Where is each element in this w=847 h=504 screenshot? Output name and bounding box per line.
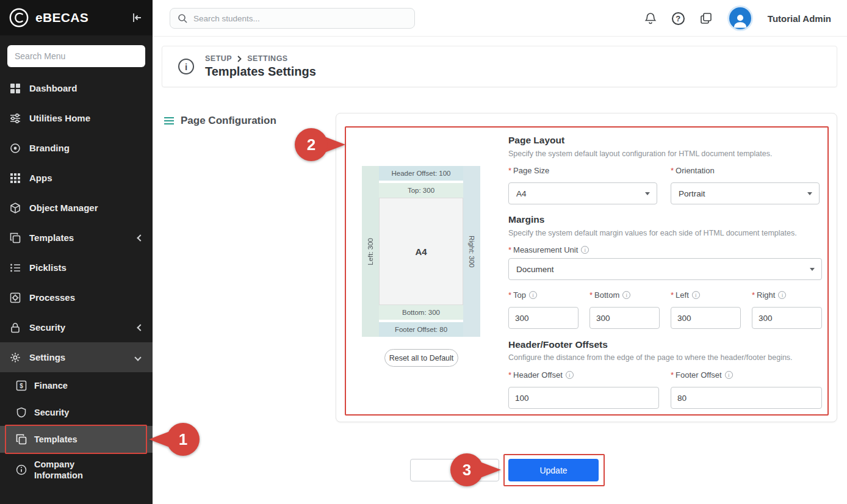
help-icon[interactable]: ? xyxy=(672,12,685,25)
sidebar-subitem-templates[interactable]: Templates xyxy=(0,426,153,453)
required-asterisk: * xyxy=(671,370,674,380)
list-menu-icon xyxy=(164,117,175,125)
right-margin-input[interactable] xyxy=(752,307,822,329)
sidebar-item-dashboard[interactable]: Dashboard xyxy=(0,73,153,103)
sidebar-subitem-label: Finance xyxy=(34,380,114,391)
sidebar-item-picklists[interactable]: Picklists xyxy=(0,253,153,283)
page-preview-diagram: Left: 300 Right: 300 Header Offset: 100 … xyxy=(362,166,480,337)
cancel-button[interactable] xyxy=(410,459,499,481)
orientation-select[interactable]: Portrait xyxy=(671,182,820,204)
sidebar-item-label: Settings xyxy=(29,352,65,362)
page-layout-heading: Page Layout xyxy=(508,135,564,146)
copy-icon xyxy=(10,232,21,243)
offsets-heading: Header/Footer Offsets xyxy=(508,339,608,350)
preview-page: A4 xyxy=(379,198,463,305)
apps-grid-icon xyxy=(10,173,21,184)
lock-icon xyxy=(10,322,21,333)
svg-text:$: $ xyxy=(20,383,23,389)
sidebar-item-templates[interactable]: Templates xyxy=(0,223,153,253)
info-tooltip-icon[interactable]: i xyxy=(692,291,700,299)
sidebar-item-label: Security xyxy=(29,322,65,333)
page-size-select[interactable]: A4 xyxy=(508,182,657,204)
required-asterisk: * xyxy=(589,290,593,300)
info-tooltip-icon[interactable]: i xyxy=(581,246,589,254)
avatar[interactable] xyxy=(727,5,753,31)
sidebar-collapse-icon[interactable] xyxy=(131,11,144,24)
page-title: Templates Settings xyxy=(205,65,316,79)
chevron-right-icon xyxy=(237,56,242,62)
finance-dollar-icon: $ xyxy=(16,380,27,391)
windows-switcher-icon[interactable] xyxy=(699,12,713,25)
student-search-input[interactable] xyxy=(193,14,407,23)
topbar-right: ? Tutorial Admin xyxy=(644,0,831,37)
sidebar-item-label: Picklists xyxy=(29,262,67,273)
sidebar-subitem-company-information[interactable]: Company Information xyxy=(0,453,153,487)
app-root: eBECAS Dashboard Utilities Home Branding… xyxy=(0,0,847,504)
chevron-down-icon xyxy=(645,192,650,195)
sidebar-item-apps[interactable]: Apps xyxy=(0,163,153,193)
user-avatar-icon xyxy=(729,7,751,29)
sidebar-item-label: Apps xyxy=(29,173,52,183)
logo-bar: eBECAS xyxy=(0,0,153,35)
chevron-left-icon xyxy=(137,324,143,331)
menu-search-input[interactable] xyxy=(7,45,145,67)
info-icon: i xyxy=(178,59,194,74)
reset-defaults-button[interactable]: Reset all to Default xyxy=(384,349,458,367)
process-gear-icon xyxy=(10,292,21,303)
callout-1: 1 xyxy=(149,422,200,456)
svg-text:1: 1 xyxy=(179,430,187,448)
app-logo-text: eBECAS xyxy=(35,10,124,25)
shield-icon xyxy=(16,407,27,418)
footer-offset-label: *Footer Offseti xyxy=(671,370,733,380)
info-tooltip-icon[interactable]: i xyxy=(529,291,537,299)
chevron-down-icon xyxy=(810,268,815,271)
breadcrumb-setup[interactable]: SETUP xyxy=(205,54,232,63)
sidebar-item-label: Utilities Home xyxy=(29,113,90,123)
offsets-description: Configure the distance from the edge of … xyxy=(508,353,793,362)
measurement-unit-select[interactable]: Document xyxy=(508,258,822,280)
sidebar: eBECAS Dashboard Utilities Home Branding… xyxy=(0,0,153,504)
update-button[interactable]: Update xyxy=(508,459,599,481)
sidebar-item-processes[interactable]: Processes xyxy=(0,283,153,312)
sidebar-subitem-label: Security xyxy=(34,407,114,418)
sidebar-item-object-manager[interactable]: Object Manager xyxy=(0,193,153,223)
sidebar-item-security[interactable]: Security xyxy=(0,312,153,342)
sidebar-item-branding[interactable]: Branding xyxy=(0,133,153,163)
chevron-down-icon xyxy=(134,354,141,361)
page-layout-description: Specify the system default layout config… xyxy=(508,149,772,158)
sidebar-item-label: Templates xyxy=(29,232,74,243)
notifications-bell-icon[interactable] xyxy=(644,12,657,25)
info-tooltip-icon[interactable]: i xyxy=(778,291,786,299)
section-header: Page Configuration xyxy=(164,115,276,127)
user-name[interactable]: Tutorial Admin xyxy=(768,13,831,24)
top-margin-label: *Topi xyxy=(508,290,537,300)
breadcrumb-settings[interactable]: SETTINGS xyxy=(247,54,288,63)
sidebar-item-label: Object Manager xyxy=(29,203,98,213)
sidebar-item-utilities-home[interactable]: Utilities Home xyxy=(0,103,153,133)
preview-header-offset: Header Offset: 100 xyxy=(379,166,463,181)
preview-left-margin: Left: 300 xyxy=(362,166,379,337)
sidebar-item-label: Branding xyxy=(29,143,70,153)
header-offset-input[interactable] xyxy=(508,387,659,409)
gear-icon xyxy=(10,352,21,363)
required-asterisk: * xyxy=(508,166,511,175)
student-search xyxy=(170,8,415,29)
info-tooltip-icon[interactable]: i xyxy=(622,291,630,299)
bottom-margin-input[interactable] xyxy=(589,307,660,329)
branding-icon xyxy=(10,143,21,154)
sliders-icon xyxy=(10,113,21,124)
margins-heading: Margins xyxy=(508,214,544,225)
left-margin-input[interactable] xyxy=(671,307,741,329)
sidebar-subitem-finance[interactable]: $ Finance xyxy=(0,372,153,399)
svg-text:2: 2 xyxy=(307,135,315,154)
sidebar-item-settings[interactable]: Settings xyxy=(0,342,153,372)
info-tooltip-icon[interactable]: i xyxy=(566,371,574,379)
top-margin-input[interactable] xyxy=(508,307,578,329)
list-icon xyxy=(10,262,21,273)
info-tooltip-icon[interactable]: i xyxy=(725,371,733,379)
footer-offset-input[interactable] xyxy=(671,387,822,409)
page-header: i SETUP SETTINGS Templates Settings xyxy=(162,46,837,87)
sidebar-subitem-label: Company Information xyxy=(34,459,114,481)
required-asterisk: * xyxy=(671,290,674,300)
sidebar-subitem-security[interactable]: Security xyxy=(0,399,153,426)
